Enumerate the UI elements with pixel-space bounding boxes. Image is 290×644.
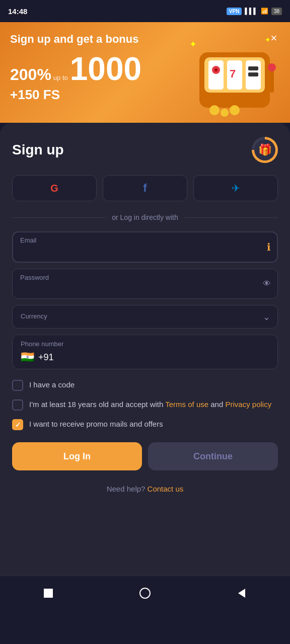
nav-bar: [0, 576, 290, 612]
promo-banner: Sign up and get a bonus 200% up to 1000 …: [0, 22, 290, 123]
facebook-login-button[interactable]: f: [103, 175, 187, 201]
divider-line-right: [184, 217, 278, 218]
chevron-down-icon: ⌄: [263, 311, 270, 323]
currency-field-group: Currency ⌄: [12, 305, 278, 329]
email-input[interactable]: [12, 231, 278, 263]
contact-us-link[interactable]: Contact us: [148, 485, 184, 493]
checkbox-group: I have a code I'm at least 18 years old …: [12, 379, 278, 430]
continue-button[interactable]: Continue: [148, 442, 278, 470]
bonus-amount: 1000: [70, 53, 141, 85]
facebook-icon: f: [143, 182, 147, 195]
nav-back-button[interactable]: [233, 584, 251, 602]
flag-icon: 🇮🇳: [21, 351, 34, 364]
google-login-button[interactable]: G: [12, 175, 97, 201]
form-header: Sign up 🎁: [12, 137, 278, 163]
nav-home-button[interactable]: [136, 584, 154, 602]
currency-label: Currency: [21, 312, 253, 320]
checkbox-code-label: I have a code: [29, 379, 75, 391]
gift-button[interactable]: 🎁: [252, 137, 278, 163]
divider-line-left: [12, 217, 106, 218]
checkbox-promo-label: I want to receive promo mails and offers: [29, 419, 163, 430]
battery-badge: 38: [271, 8, 282, 15]
phone-number-value: +91: [38, 352, 54, 363]
login-button[interactable]: Log In: [12, 442, 142, 470]
password-field-group: Password 👁: [12, 269, 278, 299]
phone-wrapper: Phone number 🇮🇳 +91: [12, 335, 278, 369]
password-wrapper: Password 👁: [12, 269, 278, 299]
checkbox-item-promo: I want to receive promo mails and offers: [12, 419, 278, 430]
phone-row[interactable]: 🇮🇳 +91: [21, 351, 269, 364]
checkbox-item-code: I have a code: [12, 379, 278, 391]
password-input[interactable]: [12, 269, 278, 299]
svg-marker-19: [238, 589, 245, 598]
phone-field-group: Phone number 🇮🇳 +91: [12, 335, 278, 369]
checkbox-code[interactable]: [12, 380, 23, 391]
status-time: 14:48: [8, 7, 27, 16]
status-icons: VPN ▌▌▌ 📶 38: [227, 8, 282, 15]
telegram-icon: ✈: [232, 182, 240, 194]
banner-title: Sign up and get a bonus: [10, 32, 280, 47]
terms-link[interactable]: Terms of use: [165, 400, 208, 409]
login-divider: or Log in directly with: [12, 213, 278, 221]
telegram-login-button[interactable]: ✈: [193, 175, 278, 201]
signal-icon: ▌▌▌: [245, 8, 258, 15]
phone-label: Phone number: [21, 340, 269, 348]
svg-point-15: [221, 109, 229, 117]
bonus-upto: up to: [53, 74, 68, 82]
checkbox-terms[interactable]: [12, 399, 23, 411]
currency-dropdown[interactable]: Currency ⌄: [12, 305, 278, 329]
action-buttons: Log In Continue: [12, 442, 278, 470]
vpn-badge: VPN: [227, 8, 242, 15]
privacy-link[interactable]: Privacy policy: [225, 400, 271, 409]
status-bar: 14:48 VPN ▌▌▌ 📶 38: [0, 0, 290, 22]
nav-stop-button[interactable]: [39, 584, 57, 602]
svg-point-14: [209, 105, 220, 115]
wifi-icon: 📶: [261, 8, 268, 15]
social-login-buttons: G f ✈: [12, 175, 278, 201]
checkbox-terms-label: I'm at least 18 years old and accept wit…: [29, 399, 271, 411]
info-icon[interactable]: ℹ: [267, 241, 271, 253]
footer: Need help? Contact us: [12, 470, 278, 501]
banner-bonus-row: 200% up to 1000: [10, 53, 280, 85]
email-wrapper: Email ℹ: [12, 231, 278, 263]
google-icon: G: [50, 183, 58, 194]
divider-text: or Log in directly with: [112, 213, 178, 221]
svg-point-18: [140, 588, 150, 598]
checkbox-promo[interactable]: [12, 419, 23, 430]
bonus-percent: 200%: [10, 65, 51, 84]
svg-point-16: [230, 105, 240, 115]
banner-close-button[interactable]: ×: [266, 30, 282, 46]
gift-icon: 🎁: [258, 143, 272, 156]
bonus-fs: +150 FS: [10, 87, 280, 103]
need-help-text: Need help?: [107, 485, 146, 493]
eye-icon[interactable]: 👁: [263, 279, 271, 288]
form-title: Sign up: [12, 142, 64, 158]
signup-form: Sign up 🎁 G f ✈ or Log in directly with …: [0, 123, 290, 576]
svg-rect-17: [44, 589, 53, 598]
email-field-group: Email ℹ: [12, 231, 278, 263]
banner-content: Sign up and get a bonus 200% up to 1000 …: [10, 32, 280, 103]
checkbox-item-terms: I'm at least 18 years old and accept wit…: [12, 399, 278, 411]
